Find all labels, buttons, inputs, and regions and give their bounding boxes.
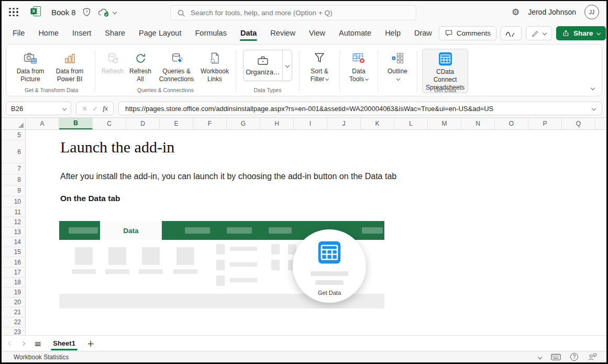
column-header-b[interactable]: B [59, 118, 93, 129]
avatar[interactable]: JJ [584, 5, 599, 19]
autosave-cloud-icon[interactable] [97, 7, 116, 17]
keyboard-icon[interactable] [551, 354, 561, 361]
menu-tab-automate[interactable]: Automate [332, 23, 378, 43]
menu-tab-view[interactable]: View [302, 23, 332, 43]
row-header-8[interactable]: 8 [2, 174, 25, 185]
row-header-18[interactable]: 18 [2, 278, 25, 288]
previous-sheet-chevron-icon[interactable] [8, 341, 13, 345]
menu-tab-insert[interactable]: Insert [65, 23, 98, 43]
column-header-g[interactable]: G [227, 118, 260, 129]
next-sheet-chevron-icon[interactable] [21, 341, 25, 345]
row-header-9[interactable]: 9 [2, 185, 25, 196]
menu-tabs: FileHomeInsertSharePage LayoutFormulasDa… [6, 23, 439, 43]
menu-tab-data[interactable]: Data [234, 23, 263, 43]
row-header-7[interactable]: 7 [2, 163, 25, 174]
row-header-13[interactable]: 13 [2, 227, 25, 237]
row-header-6[interactable]: 6 [2, 140, 25, 163]
status-bar-chevron-icon[interactable] [538, 355, 542, 359]
column-header-a[interactable]: A [26, 118, 59, 129]
refresh-all-button[interactable]: Refresh All [126, 49, 154, 83]
placeholder-line [230, 262, 257, 267]
workbook-links-button[interactable]: Workbook Links [198, 49, 231, 83]
embedded-screenshot-image: Data [59, 221, 384, 308]
menu-tab-review[interactable]: Review [263, 23, 302, 43]
column-header-n[interactable]: N [461, 118, 495, 129]
column-header-j[interactable]: J [327, 118, 361, 129]
row-header-16[interactable]: 16 [2, 257, 25, 267]
queries-connections-button[interactable]: Queries & Connections [156, 49, 197, 83]
all-sheets-menu-icon[interactable]: ≡ [34, 338, 41, 349]
search-box[interactable]: Search for tools, help, and more (Option… [170, 5, 416, 20]
row-header-12[interactable]: 12 [2, 217, 25, 227]
column-header-o[interactable]: O [495, 118, 528, 129]
column-header-d[interactable]: D [126, 118, 160, 129]
data-type-organization-button[interactable]: Organiza… [244, 50, 282, 81]
column-header-q[interactable]: Q [562, 118, 595, 129]
column-header-p[interactable]: P [528, 118, 562, 129]
column-header-m[interactable]: M [428, 118, 461, 129]
cancel-icon[interactable]: ✕ [82, 105, 87, 113]
get-data-spotlight-circle: Get Data [293, 229, 366, 303]
formula-input[interactable]: https://pages.store.office.com/addinsins… [118, 102, 602, 115]
row-header-5[interactable]: 5 [2, 130, 25, 140]
gallery-expand-button[interactable] [282, 50, 292, 81]
column-header-c[interactable]: C [93, 118, 126, 129]
placeholder-line [173, 269, 197, 274]
row-header-15[interactable]: 15 [2, 247, 25, 257]
workbook-statistics-label[interactable]: Workbook Statistics [14, 354, 69, 361]
workbook-title[interactable]: Book 8 [51, 8, 76, 17]
row-header-20[interactable]: 20 [2, 297, 25, 307]
outline-button[interactable]: Outline [383, 49, 412, 83]
data-tools-button[interactable]: Data Tools [345, 49, 373, 83]
row-header-19[interactable]: 19 [2, 288, 25, 297]
column-header-i[interactable]: I [294, 118, 327, 129]
help-icon[interactable]: ? [570, 353, 578, 361]
menu-tab-home[interactable]: Home [31, 23, 65, 43]
column-header-l[interactable]: L [394, 118, 428, 129]
feedback-person-icon[interactable] [588, 353, 597, 361]
row-header-17[interactable]: 17 [2, 268, 25, 278]
data-from-power-bi-button[interactable]: Data from Power BI [49, 49, 90, 83]
refresh-button[interactable]: Refresh [100, 49, 125, 75]
data-from-picture-button[interactable]: Data from Picture [13, 49, 48, 83]
column-header-f[interactable]: F [193, 118, 227, 129]
sheet-content[interactable]: Launch the add-in After you install the … [26, 130, 606, 335]
select-all-corner[interactable] [2, 118, 26, 129]
column-header-r[interactable]: R [595, 118, 606, 129]
column-header-h[interactable]: H [260, 118, 294, 129]
column-header-k[interactable]: K [361, 118, 394, 129]
insert-function-icon[interactable]: fx [103, 104, 108, 113]
settings-gear-icon[interactable]: ⚙ [512, 7, 519, 17]
share-button[interactable]: Share [556, 26, 606, 40]
name-box[interactable]: B26 [6, 102, 71, 115]
editing-mode-button[interactable] [526, 26, 552, 40]
app-launcher-icon[interactable] [9, 8, 18, 17]
excel-logo-icon[interactable]: X [30, 5, 42, 19]
menu-tab-draw[interactable]: Draw [407, 23, 439, 43]
row-header-14[interactable]: 14 [2, 237, 25, 247]
row-header-11[interactable]: 11 [2, 207, 25, 217]
expand-formula-bar-chevron-icon[interactable] [592, 106, 596, 111]
row-header-21[interactable]: 21 [2, 307, 25, 317]
enter-check-icon[interactable]: ✓ [92, 105, 98, 113]
add-sheet-button[interactable]: + [87, 338, 94, 349]
sort-filter-button[interactable]: Sort & Filter [304, 49, 335, 83]
comments-button[interactable]: Comments [439, 26, 496, 40]
row-header-22[interactable]: 22 [2, 317, 25, 327]
menu-tab-file[interactable]: File [6, 23, 31, 43]
column-header-e[interactable]: E [160, 118, 193, 129]
placeholder-block [108, 247, 126, 265]
row-header-10[interactable]: 10 [2, 196, 25, 207]
menu-tab-share[interactable]: Share [98, 23, 132, 43]
row-header-23[interactable]: 23 [2, 327, 25, 335]
menu-tab-formulas[interactable]: Formulas [188, 23, 233, 43]
ink-annotate-button[interactable] [501, 26, 522, 40]
group-label-get-transform: Get & Transform Data [9, 87, 93, 93]
menu-tab-help[interactable]: Help [378, 23, 407, 43]
placeholder-pill [362, 227, 383, 234]
collapse-ribbon-chevron-icon[interactable] [591, 86, 595, 90]
document-link-icon [209, 50, 220, 67]
menu-tab-page-layout[interactable]: Page Layout [132, 23, 188, 43]
sensitivity-shield-icon[interactable]: ? [82, 7, 91, 17]
sheet-tab-sheet1[interactable]: Sheet1 [51, 336, 78, 351]
